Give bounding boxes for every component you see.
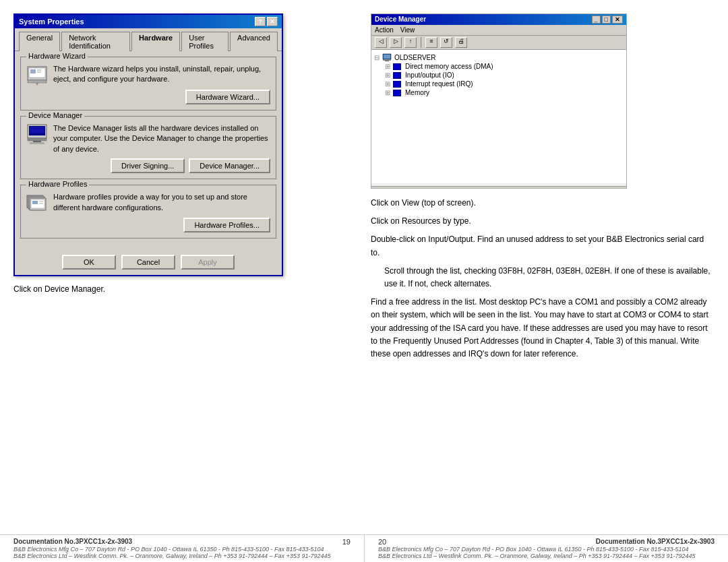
- device-manager-title: Device Manager: [26, 111, 84, 119]
- svg-rect-17: [32, 201, 38, 204]
- tab-network[interactable]: Network Identification: [61, 32, 130, 51]
- dm-menubar: Action View: [371, 25, 626, 36]
- computer-icon: [382, 53, 392, 61]
- tree-expand-1[interactable]: ⊞: [385, 63, 390, 70]
- svg-rect-23: [385, 61, 389, 61]
- dm-titlebar: Device Manager _ □ ✕: [371, 14, 626, 25]
- dialog-title: System Properties: [19, 18, 84, 26]
- footer-left: Documentation No.3PXCC1x-2x-3903 19 B&B …: [0, 535, 364, 562]
- driver-signing-button[interactable]: Driver Signing...: [111, 158, 185, 173]
- dma-label: Direct memory access (DMA): [405, 63, 493, 70]
- svg-rect-5: [28, 80, 47, 83]
- hardware-profiles-text: Hardware profiles provide a way for you …: [53, 192, 270, 213]
- hardware-wizard-button[interactable]: Hardware Wizard...: [185, 90, 270, 104]
- dialog-titlebar: System Properties ? ✕: [15, 15, 282, 28]
- help-button[interactable]: ?: [255, 17, 266, 26]
- dm-maximize[interactable]: □: [602, 15, 611, 24]
- dm-content: ⊟ OLDSERVER ⊞ Direct memory access (DMA): [371, 50, 626, 183]
- separator: [421, 37, 421, 48]
- tab-general[interactable]: General: [19, 32, 60, 51]
- dm-menu-view[interactable]: View: [400, 26, 415, 34]
- apply-button[interactable]: Apply: [181, 255, 235, 270]
- tree-expand-2[interactable]: ⊞: [385, 71, 390, 79]
- io-label: Input/output (IO): [405, 71, 454, 79]
- svg-rect-3: [37, 69, 41, 71]
- right-column: Device Manager _ □ ✕ Action View ◁ ▷ ↑ ≡…: [364, 13, 715, 549]
- dm-toolbar: ◁ ▷ ↑ ≡ ↺ 🖨: [371, 36, 626, 50]
- dm-up-btn[interactable]: ↑: [404, 37, 417, 48]
- dm-refresh-btn[interactable]: ↺: [440, 37, 452, 48]
- dm-tree-root: ⊟ OLDSERVER: [374, 53, 624, 62]
- right-text-line3: Double-click on Input/Output. Find an un…: [371, 233, 715, 259]
- dm-menu-action[interactable]: Action: [375, 26, 394, 34]
- tree-root-label: OLDSERVER: [394, 54, 436, 61]
- dma-icon: [393, 63, 401, 70]
- io-icon: [393, 72, 401, 79]
- footer-right-page-num: 20: [378, 538, 386, 546]
- device-manager-button[interactable]: Device Manager...: [189, 158, 270, 173]
- dialog-tabs: General Network Identification Hardware …: [15, 28, 282, 51]
- tab-hardware[interactable]: Hardware: [131, 32, 180, 51]
- footer-left-addr2: B&B Electronics Ltd – Westlink Comm. Pk.…: [13, 553, 351, 559]
- hardware-wizard-title: Hardware Wizard: [26, 52, 88, 60]
- svg-rect-18: [39, 201, 43, 202]
- dm-prop-btn[interactable]: ≡: [425, 37, 437, 48]
- dm-minimize[interactable]: _: [592, 15, 601, 24]
- dm-close-icon[interactable]: ✕: [612, 15, 623, 24]
- svg-marker-6: [36, 83, 38, 86]
- svg-rect-12: [30, 142, 44, 144]
- titlebar-buttons: ? ✕: [255, 17, 278, 26]
- dm-item-irq: ⊞ Interrupt request (IRQ): [374, 80, 624, 88]
- hardware-wizard-text: The Hardware wizard helps you install, u…: [53, 64, 270, 85]
- hardware-profiles-button[interactable]: Hardware Profiles...: [183, 218, 270, 232]
- hardware-profiles-group: Hardware Profiles Hardware profiles prov…: [20, 185, 276, 239]
- profiles-icon: [26, 192, 48, 214]
- footer-left-addr1: B&B Electronics Mfg Co – 707 Dayton Rd -…: [13, 546, 351, 553]
- dm-item-io: ⊞ Input/output (IO): [374, 71, 624, 80]
- right-text-line1: Click on View (top of screen).: [371, 197, 715, 210]
- page-footer: Documentation No.3PXCC1x-2x-3903 19 B&B …: [0, 534, 728, 562]
- right-text-line4: Scroll through the list, checking 03F8H,…: [384, 265, 715, 290]
- close-button[interactable]: ✕: [267, 17, 278, 26]
- footer-right: 20 Documentation No.3PXCC1x-2x-3903 B&B …: [364, 535, 728, 562]
- wizard-icon: [26, 64, 48, 86]
- tree-expand-4[interactable]: ⊞: [385, 89, 390, 96]
- hardware-profiles-title: Hardware Profiles: [26, 180, 89, 188]
- system-properties-dialog: System Properties ? ✕ General Network Id…: [13, 13, 283, 276]
- svg-rect-11: [33, 141, 41, 142]
- memory-label: Memory: [405, 89, 429, 96]
- ok-button[interactable]: OK: [62, 255, 116, 270]
- dm-print-btn[interactable]: 🖨: [455, 37, 467, 48]
- memory-icon: [393, 90, 401, 96]
- device-manager-screenshot: Device Manager _ □ ✕ Action View ◁ ▷ ↑ ≡…: [371, 13, 627, 189]
- footer-left-doc-num: Documentation No.3PXCC1x-2x-3903: [13, 538, 132, 546]
- footer-right-addr2: B&B Electronics Ltd – Westlink Comm. Pk.…: [378, 553, 715, 559]
- hardware-wizard-group: Hardware Wizard The Hardware wizard help…: [20, 57, 276, 111]
- footer-right-doc-num: Documentation No.3PXCC1x-2x-3903: [596, 538, 715, 546]
- dm-forward-btn[interactable]: ▷: [390, 37, 402, 48]
- device-manager-icon: [26, 123, 48, 145]
- dm-item-memory: ⊞ Memory: [374, 88, 624, 97]
- svg-rect-22: [383, 59, 391, 61]
- tree-expand-icon[interactable]: ⊟: [374, 54, 380, 61]
- cancel-button[interactable]: Cancel: [121, 255, 175, 270]
- svg-rect-21: [384, 55, 390, 59]
- tree-expand-3[interactable]: ⊞: [385, 80, 390, 88]
- dialog-body: Hardware Wizard The Hardware wizard help…: [15, 51, 282, 249]
- irq-icon: [393, 81, 401, 88]
- right-text-line2: Click on Resources by type.: [371, 215, 715, 228]
- dm-back-btn[interactable]: ◁: [375, 37, 387, 48]
- tab-advanced[interactable]: Advanced: [230, 32, 278, 51]
- dm-title: Device Manager: [375, 15, 426, 24]
- footer-left-page-num: 19: [342, 538, 351, 546]
- dialog-bottom-buttons: OK Cancel Apply: [15, 249, 282, 275]
- tab-user-profiles[interactable]: User Profiles: [181, 32, 229, 51]
- svg-rect-4: [37, 71, 41, 73]
- dm-statusbar: [371, 186, 626, 188]
- dm-item-dma: ⊞ Direct memory access (DMA): [374, 62, 624, 71]
- svg-rect-10: [28, 138, 47, 141]
- svg-rect-2: [30, 69, 36, 73]
- footer-right-addr1: B&B Electronics Mfg Co – 707 Dayton Rd -…: [378, 546, 715, 553]
- svg-rect-19: [39, 203, 43, 204]
- right-instructions: Click on View (top of screen). Click on …: [371, 197, 715, 366]
